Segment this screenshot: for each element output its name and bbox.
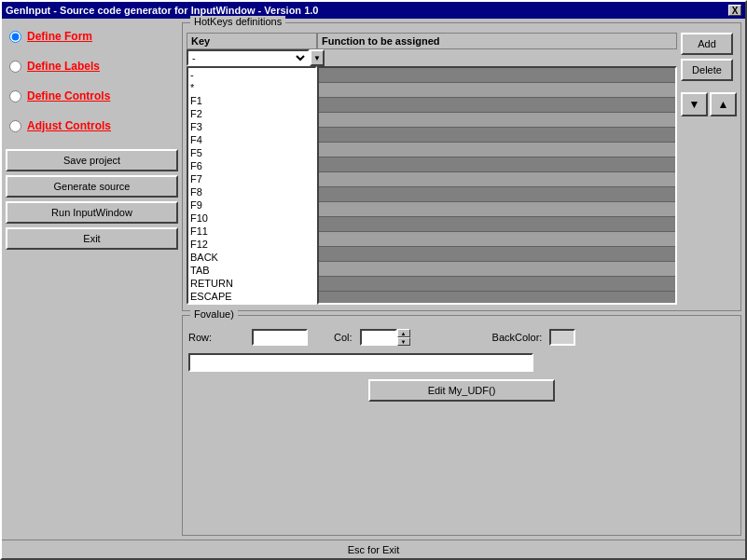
func-row-12	[319, 232, 675, 247]
left-panel: Define Form Define Labels Define Control…	[6, 22, 178, 536]
func-row-14	[319, 262, 675, 277]
func-row-1	[319, 68, 675, 83]
action-buttons: Save project Generate source Run InputWi…	[6, 149, 178, 250]
func-row-4	[319, 113, 675, 128]
col-spinner: 0 ▲ ▼	[360, 329, 410, 346]
func-row-9	[319, 187, 675, 202]
radio-define-controls[interactable]	[9, 90, 21, 102]
dropdown-row: -*F1F2F3F4F5F6F7F8F9F10F11F12BACKTABRETU…	[187, 49, 677, 66]
arrow-buttons: ▼ ▲	[681, 92, 737, 116]
func-row-2	[319, 83, 675, 98]
status-bar: Esc for Exit	[2, 540, 745, 558]
radio-define-labels[interactable]	[9, 61, 21, 73]
row-fields-top: Row: Col: 0 ▲ ▼ BackColor:	[188, 329, 735, 346]
nav-radio-group: Define Form Define Labels Define Control…	[6, 22, 178, 140]
func-row-11	[319, 217, 675, 232]
text-input-row	[188, 353, 735, 372]
row-input[interactable]	[252, 329, 308, 346]
add-button[interactable]: Add	[681, 33, 733, 55]
label-define-labels[interactable]: Define Labels	[27, 60, 100, 73]
delete-button[interactable]: Delete	[681, 59, 733, 81]
spin-up-button[interactable]: ▲	[397, 329, 410, 337]
spin-down-button[interactable]: ▼	[397, 337, 410, 346]
close-button[interactable]: X	[728, 5, 741, 16]
func-row-5	[319, 128, 675, 143]
row-label: Row:	[188, 332, 244, 343]
bottom-group-subtitle: value)	[206, 308, 234, 320]
func-row-3	[319, 98, 675, 113]
save-project-button[interactable]: Save project	[6, 149, 178, 171]
func-row-13	[319, 247, 675, 262]
title-text: GenInput - Source code generator for Inp…	[6, 5, 318, 16]
exit-button[interactable]: Exit	[6, 227, 178, 250]
func-row-10	[319, 202, 675, 217]
bottom-group-title: Fovalue)	[190, 308, 238, 320]
key-list[interactable]: -*F1F2F3F4F5F6F7F8F9F10F11F12BACKTABRETU…	[187, 66, 317, 305]
hotkeys-table-area: Key Function to be assigned -*F1F2F3F4F5…	[187, 33, 677, 305]
label-adjust-controls[interactable]: Adjust Controls	[27, 119, 111, 132]
col-key-header: Key	[187, 33, 317, 49]
bottom-group: Fovalue) Row: Col: 0 ▲ ▼ Back	[182, 315, 741, 536]
status-text: Esc for Exit	[348, 544, 400, 555]
edit-udf-row: Edit My_UDF()	[188, 379, 735, 402]
nav-item-adjust-controls[interactable]: Adjust Controls	[6, 112, 178, 140]
col-input[interactable]: 0	[360, 329, 397, 346]
dropdown-arrow-icon[interactable]: ▼	[310, 49, 325, 66]
nav-item-define-labels[interactable]: Define Labels	[6, 52, 178, 80]
nav-item-define-controls[interactable]: Define Controls	[6, 82, 178, 110]
hotkeys-group-title: HotKeys definitions	[190, 16, 285, 27]
generate-source-button[interactable]: Generate source	[6, 175, 178, 198]
radio-define-form[interactable]	[9, 31, 21, 43]
hotkeys-inner: Key Function to be assigned -*F1F2F3F4F5…	[187, 33, 737, 305]
func-row-7	[319, 157, 675, 172]
content-area: Define Form Define Labels Define Control…	[2, 19, 745, 540]
func-row-15	[319, 277, 675, 292]
move-down-button[interactable]: ▼	[681, 92, 708, 116]
label-define-controls[interactable]: Define Controls	[27, 89, 110, 102]
edit-udf-button[interactable]: Edit My_UDF()	[368, 379, 555, 402]
spinner-arrows: ▲ ▼	[397, 329, 410, 346]
main-window: GenInput - Source code generator for Inp…	[0, 0, 747, 560]
title-bar: GenInput - Source code generator for Inp…	[2, 2, 745, 19]
col-func-header: Function to be assigned	[317, 33, 677, 49]
radio-adjust-controls[interactable]	[9, 120, 21, 132]
bottom-inner: Row: Col: 0 ▲ ▼ BackColor:	[188, 329, 735, 402]
hotkeys-group: HotKeys definitions Key Function to be a…	[182, 22, 741, 311]
nav-item-define-form[interactable]: Define Form	[6, 22, 178, 50]
table-header: Key Function to be assigned	[187, 33, 677, 49]
label-define-form[interactable]: Define Form	[27, 30, 92, 43]
backcolor-label: BackColor:	[492, 332, 543, 343]
move-up-button[interactable]: ▲	[710, 92, 737, 116]
list-area: -*F1F2F3F4F5F6F7F8F9F10F11F12BACKTABRETU…	[187, 66, 677, 305]
main-panel: HotKeys definitions Key Function to be a…	[182, 22, 741, 536]
run-inputwindow-button[interactable]: Run InputWindow	[6, 201, 178, 224]
func-list	[317, 66, 677, 305]
backcolor-box[interactable]	[549, 329, 575, 346]
col-label: Col:	[334, 332, 353, 343]
func-row-8	[319, 172, 675, 187]
key-dropdown[interactable]: -*F1F2F3F4F5F6F7F8F9F10F11F12BACKTABRETU…	[187, 49, 310, 66]
side-buttons: Add Delete ▼ ▲	[681, 33, 737, 305]
text-input-wide[interactable]	[188, 353, 533, 372]
func-row-6	[319, 143, 675, 157]
